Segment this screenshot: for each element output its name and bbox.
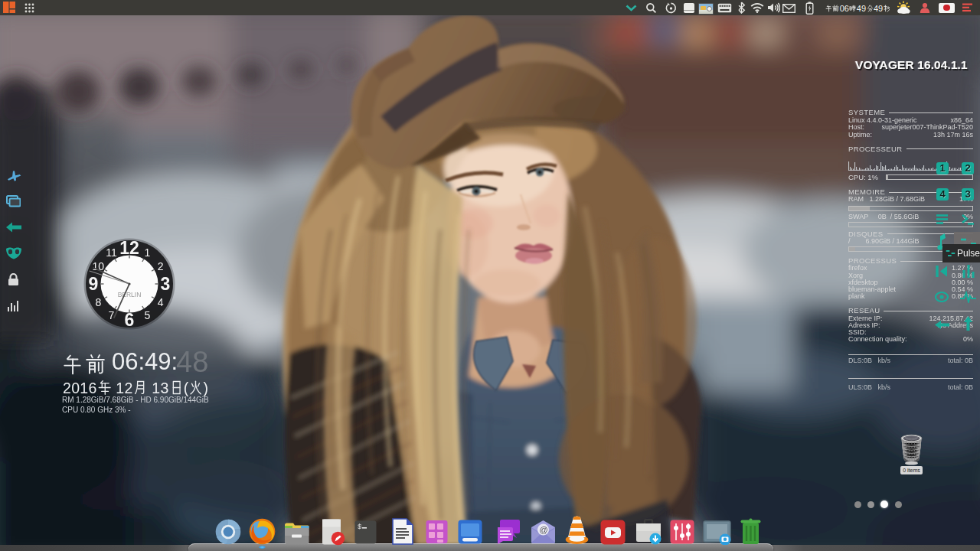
svg-text:11: 11: [106, 246, 117, 259]
svg-text:3: 3: [161, 274, 171, 294]
svg-text:12: 12: [119, 238, 139, 258]
svg-text:8: 8: [95, 296, 101, 308]
svg-text:$: $: [358, 523, 362, 531]
svg-text:7: 7: [109, 309, 115, 321]
svg-text:1: 1: [145, 246, 151, 259]
svg-text:BERLIN: BERLIN: [118, 291, 142, 298]
svg-text:4: 4: [158, 296, 164, 308]
svg-text:9: 9: [89, 274, 99, 294]
svg-text:@: @: [540, 525, 548, 534]
svg-text:6: 6: [125, 310, 135, 330]
svg-text:5: 5: [145, 309, 151, 321]
svg-text:2: 2: [158, 260, 164, 272]
